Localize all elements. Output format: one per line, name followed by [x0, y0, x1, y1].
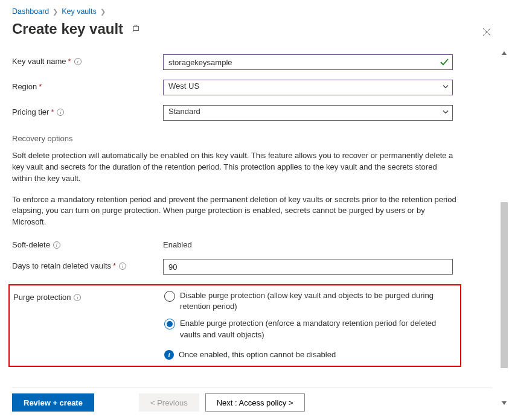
- radio-icon: [164, 319, 175, 329]
- info-icon[interactable]: i: [74, 58, 82, 65]
- recovery-options-heading: Recovery options: [12, 134, 493, 143]
- recovery-para-2: To enforce a mandatory retention period …: [12, 194, 459, 229]
- info-icon[interactable]: i: [57, 109, 64, 116]
- soft-delete-value: Enabled: [163, 238, 453, 249]
- scroll-down-icon[interactable]: [499, 398, 509, 408]
- required-asterisk: *: [113, 261, 116, 270]
- next-button[interactable]: Next : Access policy >: [205, 393, 305, 412]
- info-icon[interactable]: i: [74, 294, 81, 301]
- scrollbar[interactable]: [499, 0, 509, 420]
- breadcrumb: Dashboard ❯ Key vaults ❯: [12, 7, 493, 16]
- radio-enable-label: Enable purge protection (enforce a manda…: [180, 318, 454, 340]
- radio-disable-label: Disable purge protection (allow key vaul…: [180, 290, 454, 312]
- required-asterisk: *: [39, 82, 42, 91]
- radio-disable-purge[interactable]: Disable purge protection (allow key vaul…: [164, 290, 454, 312]
- scroll-thumb[interactable]: [501, 202, 508, 368]
- label-pricing-tier: Pricing tier: [12, 107, 49, 116]
- days-retain-input[interactable]: [163, 259, 453, 275]
- pricing-tier-value: Standard: [168, 107, 200, 116]
- previous-button: < Previous: [139, 393, 199, 412]
- radio-enable-purge[interactable]: Enable purge protection (enforce a manda…: [164, 318, 454, 340]
- info-icon[interactable]: i: [53, 241, 60, 249]
- label-purge-protection: Purge protection: [13, 293, 71, 302]
- recovery-para-1: Soft delete protection will automaticall…: [12, 150, 459, 185]
- purge-protection-highlight: Purge protection i Disable purge protect…: [8, 284, 461, 367]
- info-filled-icon: i: [164, 350, 174, 360]
- kv-name-input[interactable]: [163, 54, 453, 70]
- chevron-right-icon: ❯: [53, 8, 58, 16]
- radio-icon: [164, 291, 175, 302]
- footer-separator: [12, 387, 492, 387]
- check-icon: [440, 57, 449, 67]
- pricing-tier-dropdown[interactable]: Standard: [163, 105, 453, 121]
- required-asterisk: *: [68, 57, 71, 66]
- svg-rect-0: [133, 26, 139, 30]
- close-icon[interactable]: [482, 28, 491, 39]
- label-kv-name: Key vault name: [12, 57, 66, 66]
- breadcrumb-dashboard[interactable]: Dashboard: [12, 7, 49, 16]
- scroll-up-icon[interactable]: [499, 48, 509, 58]
- page-title: Create key vault: [12, 21, 123, 37]
- purge-note: Once enabled, this option cannot be disa…: [179, 350, 336, 359]
- review-create-button[interactable]: Review + create: [12, 393, 94, 412]
- pin-icon[interactable]: [132, 24, 140, 34]
- info-icon[interactable]: i: [119, 262, 126, 270]
- label-days-retain: Days to retain deleted vaults: [12, 261, 111, 270]
- region-dropdown[interactable]: West US: [163, 80, 453, 95]
- label-region: Region: [12, 82, 37, 91]
- chevron-right-icon: ❯: [100, 8, 106, 16]
- region-value: West US: [168, 81, 199, 91]
- required-asterisk: *: [51, 107, 54, 116]
- breadcrumb-keyvaults[interactable]: Key vaults: [62, 7, 97, 16]
- label-soft-delete: Soft-delete: [12, 240, 50, 249]
